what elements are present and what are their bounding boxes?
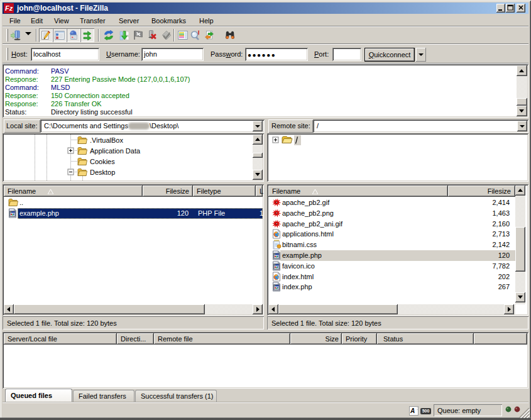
svg-text:.VirtualBox: .VirtualBox: [90, 136, 123, 144]
svg-text:Desktop: Desktop: [90, 169, 115, 176]
svg-text:Application Data: Application Data: [90, 147, 141, 155]
svg-text:Cookies: Cookies: [90, 158, 115, 165]
svg-text:Fz: Fz: [5, 4, 13, 12]
